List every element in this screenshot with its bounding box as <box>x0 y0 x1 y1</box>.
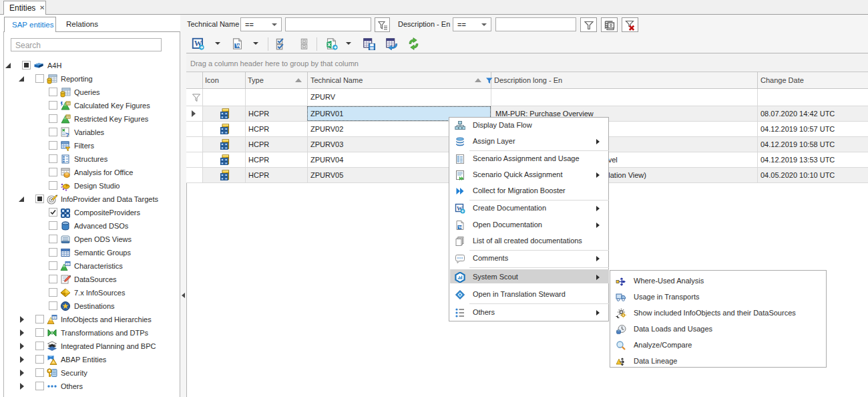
svg-text:?: ? <box>65 132 69 138</box>
svg-text:W: W <box>459 225 463 229</box>
svg-text:W: W <box>236 43 241 49</box>
